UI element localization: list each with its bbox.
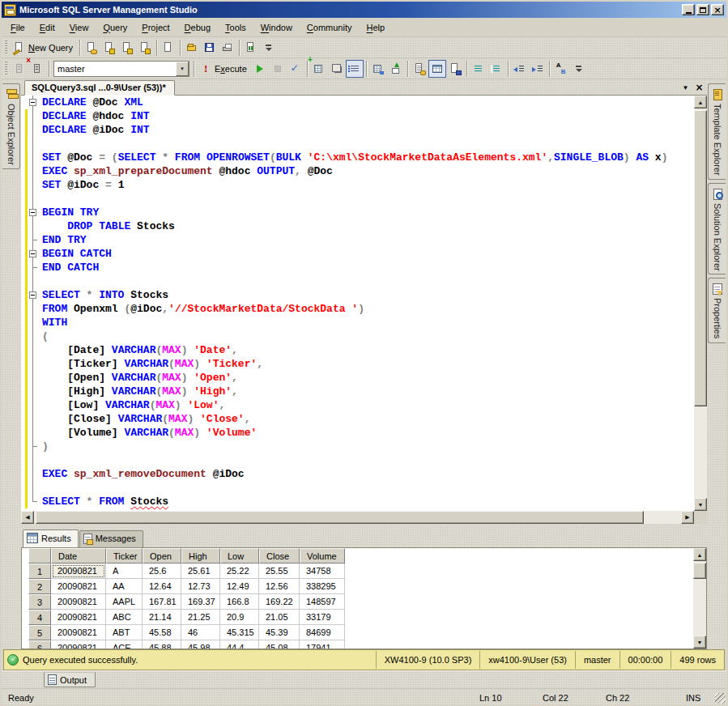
- grid-cell[interactable]: 25.22: [220, 564, 259, 579]
- menu-file[interactable]: File: [3, 19, 32, 36]
- code-line[interactable]: [21, 274, 694, 288]
- scroll-down-button[interactable]: ▼: [693, 636, 706, 649]
- grid-cell[interactable]: 45.08: [259, 640, 300, 649]
- code-line[interactable]: DECLARE @Doc XML: [21, 96, 694, 109]
- actual-execution-plan-button[interactable]: [369, 60, 387, 78]
- document-tab[interactable]: SQLQuery3.sql ...0-9\User (53))*: [24, 80, 175, 96]
- save-button[interactable]: [201, 39, 219, 57]
- code-line[interactable]: [Low] VARCHAR(MAX) 'Low',: [21, 398, 694, 412]
- code-line[interactable]: SET @Doc = (SELECT * FROM OPENROWSET(BUL…: [21, 151, 694, 164]
- code-line[interactable]: BEGIN TRY: [21, 206, 694, 219]
- output-tab[interactable]: Output: [44, 672, 96, 687]
- grid-cell[interactable]: 21.14: [143, 610, 181, 625]
- sidebar-tab-object-explorer[interactable]: Object Explorer: [2, 83, 20, 169]
- grid-row-header[interactable]: 3: [28, 594, 51, 610]
- available-databases-combobox[interactable]: master▼: [53, 61, 189, 77]
- mdx-query-button[interactable]: [100, 39, 118, 57]
- cancel-query-button[interactable]: [269, 60, 287, 78]
- intellisense-enabled-button[interactable]: [346, 60, 364, 78]
- menu-query[interactable]: Query: [96, 19, 134, 36]
- increase-indent-button[interactable]: [529, 60, 547, 78]
- grid-row-header[interactable]: 5: [28, 625, 51, 640]
- code-line[interactable]: EXEC sp_xml_removeDocument @iDoc: [21, 467, 694, 481]
- debug-button[interactable]: [251, 60, 269, 78]
- grid-cell[interactable]: 20090821: [51, 610, 106, 625]
- grid-cell[interactable]: 20090821: [51, 640, 106, 649]
- grid-column-header[interactable]: Date: [51, 548, 106, 564]
- menu-help[interactable]: Help: [360, 19, 393, 36]
- grid-cell[interactable]: 20090821: [51, 564, 106, 579]
- grid-cell[interactable]: 20090821: [51, 579, 106, 594]
- code-line[interactable]: DECLARE @iDoc INT: [21, 123, 694, 137]
- grid-cell[interactable]: 12.73: [181, 579, 220, 594]
- grid-cell[interactable]: 45.88: [143, 640, 181, 649]
- minimize-button[interactable]: [682, 4, 695, 15]
- grid-vertical-scrollbar[interactable]: ▲ ▼: [693, 548, 706, 649]
- client-statistics-button[interactable]: [387, 60, 405, 78]
- toolbar-overflow-button[interactable]: [570, 60, 588, 78]
- grid-cell[interactable]: ABT: [106, 625, 143, 640]
- toolbar-grip[interactable]: [5, 62, 7, 76]
- code-line[interactable]: [21, 192, 694, 206]
- grid-cell[interactable]: 25.61: [181, 564, 220, 579]
- grid-cell[interactable]: 12.49: [220, 579, 259, 594]
- tab-list-dropdown-button[interactable]: ▼: [679, 82, 692, 93]
- grid-cell[interactable]: ABC: [106, 610, 143, 625]
- grid-cell[interactable]: 33179: [300, 610, 345, 625]
- grid-cell[interactable]: 21.25: [181, 610, 220, 625]
- grid-cell[interactable]: 21.05: [259, 610, 300, 625]
- grid-column-header[interactable]: Ticker: [106, 548, 143, 564]
- code-line[interactable]: [21, 137, 694, 151]
- maximize-button[interactable]: [696, 4, 709, 15]
- grid-cell[interactable]: 45.98: [181, 640, 220, 649]
- code-line[interactable]: BEGIN CATCH: [21, 247, 694, 261]
- grid-column-header[interactable]: High: [181, 548, 220, 564]
- code-line[interactable]: [High] VARCHAR(MAX) 'High',: [21, 385, 694, 398]
- grid-column-header[interactable]: Close: [259, 548, 300, 564]
- grid-cell[interactable]: 166.8: [220, 594, 259, 610]
- grid-cell[interactable]: A: [106, 564, 143, 579]
- toolbar-overflow-button[interactable]: [260, 39, 278, 57]
- grid-column-header[interactable]: Low: [220, 548, 259, 564]
- grid-column-header[interactable]: Open: [143, 548, 181, 564]
- code-line[interactable]: SET @iDoc = 1: [21, 178, 694, 192]
- menu-window[interactable]: Window: [253, 19, 300, 36]
- collapse-box[interactable]: [29, 209, 36, 216]
- print-button[interactable]: [219, 39, 236, 57]
- toolbar-grip[interactable]: [5, 40, 7, 55]
- scroll-left-button[interactable]: ◀: [21, 511, 34, 524]
- sidebar-tab-properties[interactable]: Properties: [708, 278, 726, 342]
- code-line[interactable]: [21, 481, 694, 495]
- parse-button[interactable]: [287, 60, 304, 78]
- grid-cell[interactable]: 84699: [300, 625, 345, 640]
- grid-cell[interactable]: 169.22: [259, 594, 300, 610]
- grid-cell[interactable]: AA: [106, 579, 143, 594]
- code-line[interactable]: ): [21, 440, 694, 453]
- grid-cell[interactable]: 148597: [300, 594, 345, 610]
- query-options-button[interactable]: [328, 60, 346, 78]
- grid-cell[interactable]: 20090821: [51, 625, 106, 640]
- editor-horizontal-scrollbar[interactable]: ◀ ▶: [21, 511, 694, 524]
- decrease-indent-button[interactable]: [511, 60, 529, 78]
- menu-tools[interactable]: Tools: [218, 19, 253, 36]
- menu-debug[interactable]: Debug: [177, 19, 218, 36]
- code-line[interactable]: SELECT * FROM Stocks: [21, 495, 694, 508]
- open-file-button[interactable]: [183, 39, 201, 57]
- new-query-button[interactable]: New Query: [11, 39, 77, 57]
- tab-messages[interactable]: Messages: [79, 530, 143, 547]
- code-line[interactable]: [Date] VARCHAR(MAX) 'Date',: [21, 343, 694, 357]
- template-parameters-button[interactable]: [552, 60, 570, 78]
- close-button[interactable]: ×: [711, 4, 724, 15]
- sidebar-tab-solution-explorer[interactable]: Solution Explorer: [708, 183, 726, 275]
- menu-view[interactable]: View: [62, 19, 96, 36]
- scroll-down-button[interactable]: ▼: [694, 498, 707, 511]
- tab-results[interactable]: Results: [23, 530, 79, 547]
- scrollbar-thumb[interactable]: [693, 563, 706, 579]
- change-connection-button[interactable]: [28, 60, 46, 78]
- code-line[interactable]: FROM Openxml (@iDoc,'//StockMarketData/S…: [21, 302, 694, 316]
- uncomment-button[interactable]: [487, 60, 505, 78]
- code-line[interactable]: [Open] VARCHAR(MAX) 'Open',: [21, 371, 694, 385]
- grid-row-header[interactable]: 2: [28, 579, 51, 594]
- grid-row-header[interactable]: 6: [28, 640, 51, 649]
- code-line[interactable]: END CATCH: [21, 261, 694, 274]
